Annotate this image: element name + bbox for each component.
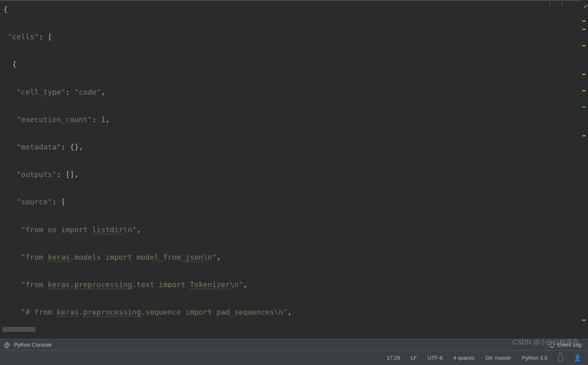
event-log-label: Event Log xyxy=(557,342,581,348)
lock-icon[interactable] xyxy=(558,356,563,361)
python-interpreter[interactable]: Python 3.6 xyxy=(522,355,547,361)
editor-pane: ⟨ ⟩ { "cells": [ { "cell_type": "code", … xyxy=(0,0,588,332)
code-line[interactable]: "from keras.models import model_from_jso… xyxy=(3,250,588,264)
gutter-marker[interactable] xyxy=(582,45,586,46)
line-separator[interactable]: LF xyxy=(411,355,417,361)
python-console-tab[interactable]: Python Console xyxy=(14,342,52,348)
code-line[interactable]: "metadata": {}, xyxy=(3,140,588,154)
status-bar: 17:29 LF UTF-8 4 spaces Git: master Pyth… xyxy=(0,350,588,365)
speech-bubble-icon xyxy=(549,342,555,348)
code-editor[interactable]: { "cells": [ { "cell_type": "code", "exe… xyxy=(0,1,588,332)
inspection-gutter[interactable]: ✔ xyxy=(582,0,588,332)
code-line[interactable]: "outputs": [], xyxy=(3,168,588,181)
gutter-marker[interactable] xyxy=(582,320,586,321)
code-line[interactable]: "# from keras.preprocessing.sequence imp… xyxy=(3,305,588,319)
file-encoding[interactable]: UTF-8 xyxy=(427,355,443,361)
code-line[interactable]: "execution_count": 1, xyxy=(3,113,588,127)
gutter-marker[interactable] xyxy=(582,135,586,136)
horizontal-scrollbar[interactable] xyxy=(2,327,35,332)
code-line[interactable]: "cell_type": "code", xyxy=(3,85,588,99)
code-line[interactable]: "cells": [ xyxy=(3,30,588,44)
inspector-icon[interactable]: 👤 xyxy=(574,354,581,362)
indent-setting[interactable]: 4 spaces xyxy=(453,355,474,361)
python-icon xyxy=(3,341,11,349)
tool-window-bar: Python Console Event Log xyxy=(0,339,588,350)
cursor-position[interactable]: 17:29 xyxy=(387,355,400,361)
inspection-ok-icon: ✔ xyxy=(584,2,588,10)
code-line[interactable]: { xyxy=(3,2,588,16)
gutter-marker[interactable] xyxy=(582,90,586,91)
code-line[interactable]: "from keras.preprocessing.text import To… xyxy=(3,278,588,292)
event-log-button[interactable]: Event Log xyxy=(549,342,581,348)
gutter-marker[interactable] xyxy=(582,74,586,75)
code-line[interactable]: "source": [ xyxy=(3,195,588,209)
gutter-marker[interactable] xyxy=(582,29,586,30)
git-branch[interactable]: Git: master xyxy=(485,355,511,361)
code-line[interactable]: { xyxy=(3,57,588,71)
gutter-marker[interactable] xyxy=(582,107,586,108)
gutter-marker[interactable] xyxy=(582,20,586,22)
code-line[interactable]: "from os import listdir\n", xyxy=(3,223,588,237)
